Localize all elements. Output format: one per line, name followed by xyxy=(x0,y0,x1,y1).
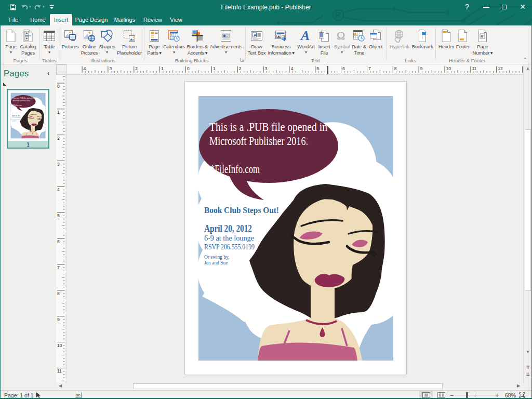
svg-text:1: 1 xyxy=(57,110,60,115)
svg-text:8: 8 xyxy=(57,291,60,296)
svg-text:2: 2 xyxy=(135,66,138,71)
svg-text:#: # xyxy=(481,34,484,39)
svg-text:4: 4 xyxy=(84,66,86,71)
svg-text:ab: ab xyxy=(76,393,81,397)
svg-text:11: 11 xyxy=(472,66,476,71)
svg-text:3: 3 xyxy=(57,162,60,167)
svg-text:10: 10 xyxy=(57,343,62,348)
svg-text:3: 3 xyxy=(109,66,112,71)
svg-text:7: 7 xyxy=(368,66,371,71)
svg-text:11: 11 xyxy=(57,368,62,374)
svg-text:Ω: Ω xyxy=(337,29,345,42)
svg-text:5: 5 xyxy=(316,66,319,71)
svg-text:4: 4 xyxy=(57,187,60,192)
svg-text:0: 0 xyxy=(187,66,190,71)
svg-text:9: 9 xyxy=(57,317,60,322)
svg-text:1: 1 xyxy=(213,66,216,71)
svg-text:A: A xyxy=(254,33,257,38)
svg-text:8: 8 xyxy=(394,66,397,71)
svg-text:10: 10 xyxy=(446,66,451,71)
svg-text:0: 0 xyxy=(57,84,60,89)
svg-text:12: 12 xyxy=(498,66,503,71)
svg-text:2: 2 xyxy=(239,66,242,71)
svg-text:6: 6 xyxy=(57,239,60,244)
svg-text:4: 4 xyxy=(290,66,293,71)
svg-text:7: 7 xyxy=(57,265,60,270)
svg-text:1: 1 xyxy=(161,66,164,71)
svg-text:A: A xyxy=(300,29,310,43)
svg-text:6: 6 xyxy=(342,66,345,71)
svg-text:2: 2 xyxy=(57,136,60,141)
svg-text:9: 9 xyxy=(420,66,423,71)
svg-text:3: 3 xyxy=(265,66,268,71)
svg-text:5: 5 xyxy=(57,213,60,218)
